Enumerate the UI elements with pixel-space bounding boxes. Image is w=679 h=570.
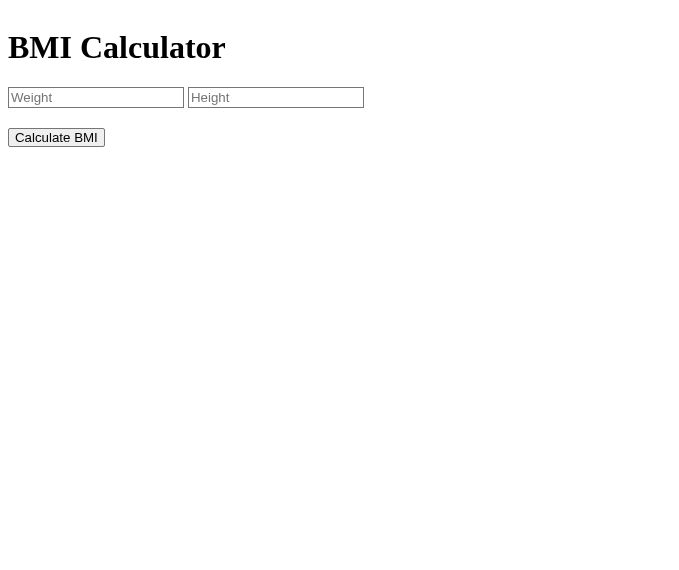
weight-field[interactable]	[8, 87, 184, 108]
height-field[interactable]	[188, 87, 364, 108]
page-title: BMI Calculator	[8, 29, 671, 66]
bmi-form: Calculate BMI	[8, 87, 671, 147]
calculate-button[interactable]: Calculate BMI	[8, 128, 105, 147]
